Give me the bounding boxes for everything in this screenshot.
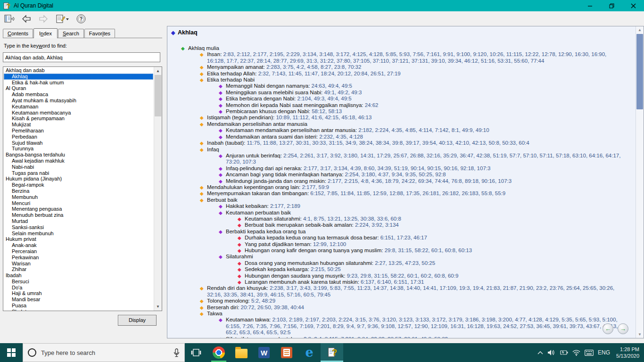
taskbar-app-help-viewer[interactable]: ? [321,343,343,362]
diamond-bullet-icon: ◆ [238,266,245,272]
list-item[interactable]: Menentang penguasa [4,206,153,212]
content-scroll-down-icon[interactable]: ▼ [636,331,644,338]
list-item[interactable]: Pemeliharaan [4,128,153,134]
tab-search[interactable]: Search [58,29,84,38]
content-item: ◆Mendamaikan antara suami dan isteri: 2:… [171,134,624,140]
list-item[interactable]: Etika & hak-hak umum [4,80,153,86]
taskbar-app-edge[interactable]: e [298,343,321,362]
content-scroll-up-icon[interactable]: ▲ [636,26,644,33]
hide-panel-button[interactable] [2,13,17,25]
list-item[interactable]: Perbedaan [4,134,153,140]
content-scrollbar[interactable]: ▲ ▼ [636,26,644,338]
list-item[interactable]: Bangsa-bangsa terdahulu [4,152,153,158]
forward-button[interactable] [36,13,50,25]
tab-index[interactable]: Index [33,28,58,38]
keyword-input[interactable] [3,52,160,62]
list-item[interactable]: Kisah & perumpamaan [4,115,153,122]
verse-refs: 6:152, 7:85, 11:84, 11:85, 12:59, 12:88,… [309,190,505,196]
list-item[interactable]: Murtad [4,218,153,224]
list-item[interactable]: Hukum pidana (Jinayah) [4,176,153,182]
list-item[interactable]: Haji & umrah [4,290,153,296]
content-item: ◆Keutamaan mendamaikan perselisihan anta… [171,127,624,133]
content-label: Sedekah kepada keluarga: [245,266,309,272]
minimize-button[interactable] [579,0,601,11]
maximize-restore-button[interactable] [601,0,622,11]
scroll-thumb[interactable] [155,75,161,116]
list-item[interactable]: Ayat muhkam & mutasyabih [4,98,153,104]
taskbar-app-chrome[interactable] [207,343,230,362]
list-item[interactable]: Sujud tilawah [4,140,153,146]
battery-icon[interactable] [559,350,568,355]
start-button[interactable] [0,343,23,362]
tab-contents[interactable]: Contents [3,29,33,38]
language-indicator[interactable]: ENG [598,349,610,356]
list-item[interactable]: Berzina [4,188,153,194]
close-button[interactable] [622,0,644,11]
list-item[interactable]: Ibadah [4,272,153,279]
previous-topic-button[interactable]: ← [603,323,613,334]
list-item[interactable]: Perceraian [4,248,153,255]
scroll-up-icon[interactable]: ▲ [154,67,162,75]
list-item[interactable]: Keutamaan [4,104,153,110]
list-item[interactable]: Adab membaca [4,91,153,98]
diamond-bullet-icon: ◆ [219,203,226,209]
index-list-scrollbar[interactable]: ▲ ▼ [154,67,162,311]
list-item[interactable]: Akhlaq dan adab [4,67,153,74]
task-view-button[interactable] [185,343,207,362]
tab-favorites[interactable]: Favorites [84,29,115,38]
list-item[interactable]: Mencuri [4,200,153,206]
list-item[interactable]: Turunnya [4,146,153,152]
content-item: ◆Menyempurnakan takaran dan timbangan: 6… [171,190,624,197]
display-button[interactable]: Display [118,315,157,326]
list-item[interactable]: Bersuci [4,279,153,285]
list-item[interactable]: Shalat [4,309,153,311]
taskbar-app-powerpoint[interactable] [275,343,298,362]
content-scroll-thumb[interactable] [636,34,643,109]
list-item[interactable]: Puasa [4,303,153,309]
list-item[interactable]: Membunuh [4,194,153,200]
verse-refs: 2:177, 59:9 [300,184,329,190]
tray-chevron-up-icon[interactable] [537,351,543,354]
content-label: Mendahulukan kepentingan orang lain: [207,184,300,190]
list-item[interactable]: Begal-rampok [4,182,153,188]
wifi-icon[interactable] [572,350,580,356]
list-item[interactable]: Zhihar [4,266,153,272]
microphone-icon[interactable] [173,348,180,357]
taskbar-app-file-explorer[interactable] [230,343,253,362]
options-button[interactable] [53,13,71,25]
list-item[interactable]: Sanksi-sanksi [4,224,153,230]
content-label: Memohon diri kepada Nabi saat meninggalk… [226,102,363,108]
diamond-bullet-icon: ◆ [219,153,226,165]
next-topic-button[interactable]: → [618,323,628,334]
list-item[interactable]: Menuduh berbuat zina [4,212,153,218]
volume-icon[interactable] [547,349,555,356]
list-item[interactable]: Mukjizat [4,122,153,128]
list-item[interactable]: Nabi-nabi [4,164,153,170]
back-button[interactable] [19,13,33,25]
list-item[interactable]: Mandi besar [4,296,153,303]
list-item[interactable]: Perkawinan [4,255,153,261]
list-item[interactable]: Awal kejadian makhluk [4,158,153,164]
diamond-bullet-icon: ◆ [200,298,207,304]
verse-refs: 49:1, 49:2, 49:3 [322,90,362,95]
list-item[interactable]: Selain membunuh [4,230,153,237]
help-button[interactable]: ? [74,13,88,25]
content-label: Mendamaikan antara suami dan isteri: [226,134,318,140]
clock[interactable]: 1:28 PM 5/13/2020 [616,346,639,359]
list-item[interactable]: Akhlaq [4,74,153,80]
diamond-bullet-icon: ◆ [200,285,207,298]
taskbar-app-word[interactable]: W [253,343,275,362]
list-item[interactable]: Tugas para nabi [4,170,153,176]
content-text: Infaq-pelindung dari api neraka: 2:177, … [226,165,624,172]
content-label: Berserah diri: [207,304,239,310]
taskbar-search[interactable]: Type here to search [23,343,185,362]
content-text: Sifat-sifat orang yang bertakwa: 2:3, 2:… [226,336,624,338]
list-item[interactable]: Warisan [4,261,153,267]
list-item[interactable]: Hukum privat [4,236,153,242]
touch-keyboard-icon[interactable] [585,350,594,356]
list-item[interactable]: Al Quran [4,85,153,91]
list-item[interactable]: Do'a [4,285,153,291]
scroll-down-icon[interactable]: ▼ [154,303,162,311]
list-item[interactable]: Anak-anak [4,242,153,248]
list-item[interactable]: Keutamaan membacanya [4,110,153,116]
